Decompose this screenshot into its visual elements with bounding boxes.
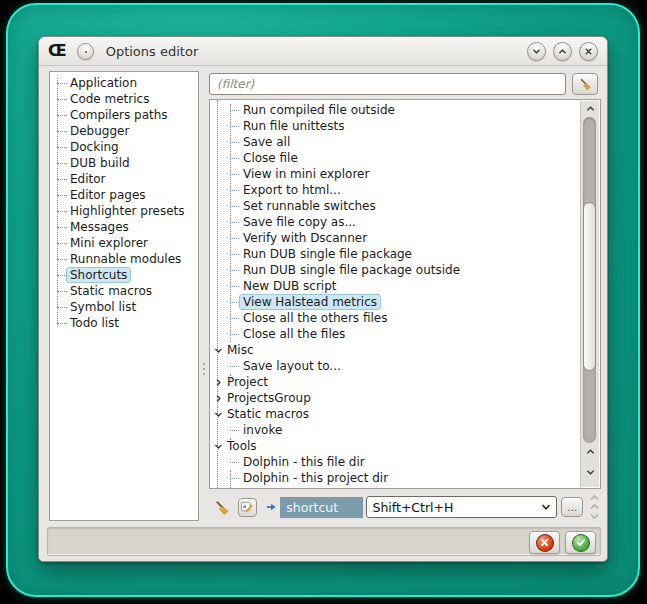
sidebar-item-runnable-modules[interactable]: Runnable modules xyxy=(50,251,198,267)
tree-connector xyxy=(230,222,239,223)
splitter-grip xyxy=(203,363,205,377)
collapse-toggle[interactable] xyxy=(213,345,223,355)
tree-connector xyxy=(57,323,67,324)
maximize-button[interactable] xyxy=(553,42,572,61)
accept-button[interactable] xyxy=(565,531,596,554)
chevron-right-icon xyxy=(214,394,223,403)
sidebar-item-label: Static macros xyxy=(70,284,152,298)
tree-item[interactable]: Export to html... xyxy=(210,182,600,198)
scroll-up-button[interactable] xyxy=(581,445,599,459)
tree-item-label: Static macros xyxy=(227,407,309,421)
sidebar-item-editor-pages[interactable]: Editor pages xyxy=(50,187,198,203)
edit-pencil-icon: a xyxy=(240,500,254,514)
sidebar-item-shortcuts[interactable]: Shortcuts xyxy=(50,267,198,283)
tree-item[interactable]: Close file xyxy=(210,150,600,166)
tree-connector xyxy=(57,275,67,276)
tree-item[interactable]: Static macros xyxy=(210,406,600,422)
sidebar-item-messages[interactable]: Messages xyxy=(50,219,198,235)
shortcut-value-combobox[interactable]: Shift+Ctrl+H xyxy=(366,496,557,518)
sidebar-item-todo-list[interactable]: Todo list xyxy=(50,315,198,331)
more-options-button[interactable]: ... xyxy=(561,497,583,517)
sidebar-item-application[interactable]: Application xyxy=(50,75,198,91)
tree-item[interactable]: New DUB script xyxy=(210,278,600,294)
sidebar-item-highlighter-presets[interactable]: Highlighter presets xyxy=(50,203,198,219)
minimize-button[interactable] xyxy=(527,42,546,61)
tree-item[interactable]: Close all the others files xyxy=(210,310,600,326)
titlebar[interactable]: Œ Options editor xyxy=(39,37,607,66)
tree-connector xyxy=(230,126,239,127)
close-button[interactable] xyxy=(579,42,598,61)
tree-item[interactable]: Save layout to... xyxy=(210,358,600,374)
tree-item-label: Tools xyxy=(227,439,257,453)
tree-item[interactable]: Run DUB single file package outside xyxy=(210,262,600,278)
cancel-button[interactable] xyxy=(529,531,560,554)
filter-input[interactable] xyxy=(209,73,566,95)
options-editor-window: Œ Options editor ApplicationCode metrics… xyxy=(38,36,608,562)
chevron-up-icon xyxy=(589,494,600,502)
sidebar-item-debugger[interactable]: Debugger xyxy=(50,123,198,139)
tree-connector xyxy=(57,179,67,180)
tree-item[interactable]: Dolphin - this project dir xyxy=(210,470,600,486)
tree-item[interactable]: Save file copy as... xyxy=(210,214,600,230)
clean-shortcut-button[interactable] xyxy=(211,497,233,517)
tree-item[interactable]: Dolphin - this file dir xyxy=(210,454,600,470)
sidebar-item-label: Shortcuts xyxy=(66,267,131,283)
tree-item-label: Save file copy as... xyxy=(243,215,356,229)
property-name-cell[interactable]: shortcut xyxy=(280,497,363,518)
tree-item[interactable]: Verify with Dscanner xyxy=(210,230,600,246)
panel-splitter[interactable] xyxy=(199,71,209,521)
sidebar-item-dub-build[interactable]: DUB build xyxy=(50,155,198,171)
window-title: Options editor xyxy=(106,44,527,59)
sidebar-item-label: Todo list xyxy=(70,316,119,330)
window-menu-button[interactable] xyxy=(77,43,94,60)
sidebar-item-label: Symbol list xyxy=(70,300,136,314)
rename-button[interactable]: a xyxy=(238,498,257,517)
tree-item[interactable]: invoke xyxy=(210,422,600,438)
expand-toggle[interactable] xyxy=(213,393,223,403)
tree-item[interactable]: Run DUB single file package xyxy=(210,246,600,262)
sidebar-item-compilers-paths[interactable]: Compilers paths xyxy=(50,107,198,123)
tree-item[interactable]: Run file unittests xyxy=(210,118,600,134)
sidebar-item-editor[interactable]: Editor xyxy=(50,171,198,187)
collapse-toggle[interactable] xyxy=(213,441,223,451)
scroll-down-button[interactable] xyxy=(581,465,599,479)
tree-connector xyxy=(230,318,239,319)
tree-item[interactable]: Run compiled file outside xyxy=(210,102,600,118)
broom-icon xyxy=(213,499,231,516)
tree-item-label: Verify with Dscanner xyxy=(243,231,367,245)
collapse-toggle[interactable] xyxy=(213,409,223,419)
combobox-value: Shift+Ctrl+H xyxy=(372,500,541,515)
tree-item[interactable]: View Halstead metrics xyxy=(210,294,600,310)
clear-filter-button[interactable] xyxy=(572,73,598,95)
tree-item[interactable]: Close all the files xyxy=(210,326,600,342)
property-grid-scroll[interactable] xyxy=(587,494,601,520)
scrollbar-track[interactable] xyxy=(583,117,596,443)
tree-item[interactable]: Misc xyxy=(210,342,600,358)
tree-item[interactable]: Save all xyxy=(210,134,600,150)
category-list[interactable]: ApplicationCode metricsCompilers pathsDe… xyxy=(49,71,199,521)
tree-connector xyxy=(57,195,67,196)
tree-connector xyxy=(230,302,239,303)
shortcut-tree[interactable]: Run compiled file outsideRun file unitte… xyxy=(209,99,601,489)
sidebar-item-symbol-list[interactable]: Symbol list xyxy=(50,299,198,315)
sidebar-item-docking[interactable]: Docking xyxy=(50,139,198,155)
tree-item[interactable]: ProjectsGroup xyxy=(210,390,600,406)
tree-item[interactable]: View in mini explorer xyxy=(210,166,600,182)
expand-toggle[interactable] xyxy=(213,377,223,387)
tree-connector xyxy=(230,430,239,431)
scroll-up-button[interactable] xyxy=(581,102,599,116)
tree-item[interactable]: Tools xyxy=(210,438,600,454)
tree-scrollbar[interactable] xyxy=(580,101,599,487)
sidebar-item-static-macros[interactable]: Static macros xyxy=(50,283,198,299)
tree-item[interactable]: Project xyxy=(210,374,600,390)
tree-item[interactable]: Set runnable switches xyxy=(210,198,600,214)
sidebar-item-code-metrics[interactable]: Code metrics xyxy=(50,91,198,107)
chevron-down-icon xyxy=(589,512,600,520)
tree-item-label: Set runnable switches xyxy=(243,199,376,213)
sidebar-item-mini-explorer[interactable]: Mini explorer xyxy=(50,235,198,251)
close-x-icon xyxy=(584,47,593,56)
scrollbar-thumb[interactable] xyxy=(583,202,596,372)
sidebar-item-label: Editor pages xyxy=(70,188,146,202)
tree-connector xyxy=(57,307,67,308)
tree-item-label: ProjectsGroup xyxy=(227,391,311,405)
